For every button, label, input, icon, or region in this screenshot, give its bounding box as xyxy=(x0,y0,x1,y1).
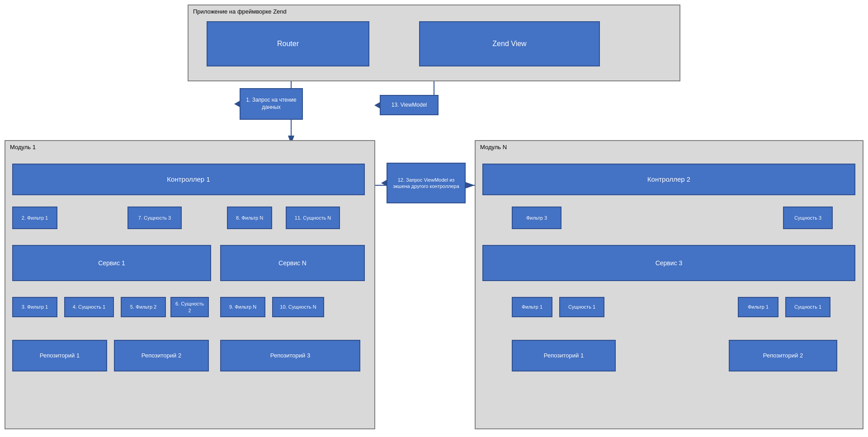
moduleN-repo1-box: Репозиторий 1 xyxy=(512,340,616,371)
moduleN-filter3-box: Фильтр 3 xyxy=(512,207,561,229)
moduleN-label: Модуль N xyxy=(480,144,507,150)
zend-view-box: Zend View xyxy=(419,21,600,66)
controller2-box: Контроллер 2 xyxy=(482,164,855,195)
entity11-box: 11. Сущность N xyxy=(286,207,340,229)
entity6-box: 6. Сущность 2 xyxy=(170,297,209,317)
filter5-box: 5. Фильтр 2 xyxy=(121,297,166,317)
filter8-box: 8. Фильтр N xyxy=(227,207,272,229)
diagram-container: Приложение на фреймворке Zend Router Zen… xyxy=(0,0,868,437)
controller1-box: Контроллер 1 xyxy=(12,164,365,195)
service3-box: Сервис 3 xyxy=(482,245,855,281)
moduleN-entity3-box: Сущность 3 xyxy=(783,207,833,229)
service1-box: Сервис 1 xyxy=(12,245,211,281)
entity7-box: 7. Сущность 3 xyxy=(127,207,182,229)
moduleN-filter1a-box: Фильтр 1 xyxy=(512,297,552,317)
callout-request: 1. Запрос на чтение данных xyxy=(240,88,303,120)
moduleN-filter1b-box: Фильтр 1 xyxy=(738,297,778,317)
module1-label: Модуль 1 xyxy=(10,144,36,150)
repo3-box: Репозиторий 3 xyxy=(220,340,360,371)
router-box: Router xyxy=(207,21,369,66)
app-title: Приложение на фреймворке Zend xyxy=(193,8,287,15)
serviceN-box: Сервис N xyxy=(220,245,365,281)
module1-container: Модуль 1 Контроллер 1 2. Фильтр 1 7. Сущ… xyxy=(5,140,375,429)
moduleN-repo2-box: Репозиторий 2 xyxy=(729,340,837,371)
moduleN-entity1b-box: Сущность 1 xyxy=(785,297,830,317)
filter2-box: 2. Фильтр 1 xyxy=(12,207,57,229)
filter3-box: 3. Фильтр 1 xyxy=(12,297,57,317)
moduleN-container: Модуль N Контроллер 2 Фильтр 3 Сущность … xyxy=(475,140,863,429)
callout-viewmodel13: 13. ViewModel xyxy=(380,95,439,115)
callout-viewmodel12: 12. Запрос ViewModel из экшена другого к… xyxy=(387,163,466,203)
entity10-box: 10. Сущность N xyxy=(272,297,324,317)
filter9-box: 9. Фильтр N xyxy=(220,297,265,317)
repo2-box: Репозиторий 2 xyxy=(114,340,209,371)
app-container: Приложение на фреймворке Zend Router Zen… xyxy=(188,5,680,81)
entity4-box: 4. Сущность 1 xyxy=(64,297,114,317)
repo1-box: Репозиторий 1 xyxy=(12,340,107,371)
moduleN-entity1a-box: Сущность 1 xyxy=(559,297,604,317)
